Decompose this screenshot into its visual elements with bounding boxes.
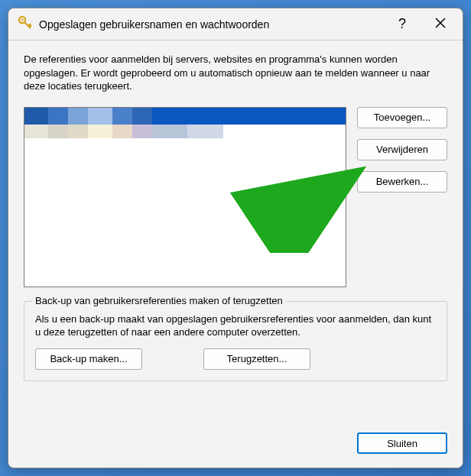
groupbox-title: Back-up van gebruikersreferenties maken … — [32, 295, 286, 306]
description-text: De referenties voor aanmelden bij server… — [24, 53, 447, 93]
dialog-content: De referenties voor aanmelden bij server… — [8, 40, 463, 432]
remove-button[interactable]: Verwijderen — [357, 139, 447, 160]
svg-point-1 — [21, 19, 24, 21]
help-button[interactable]: ? — [391, 13, 414, 35]
blurred-row — [24, 125, 223, 138]
credentials-listbox[interactable] — [24, 107, 346, 287]
groupbox-text: Als u een back-up maakt van opgeslagen g… — [35, 312, 436, 339]
main-row: Toevoegen... Verwijderen Bewerken... — [24, 107, 447, 287]
dialog-title: Opgeslagen gebruikersnamen en wachtwoord… — [39, 18, 391, 31]
key-icon — [18, 15, 33, 33]
dialog-footer: Sluiten — [8, 432, 463, 468]
titlebar: Opgeslagen gebruikersnamen en wachtwoord… — [8, 8, 463, 40]
side-buttons: Toevoegen... Verwijderen Bewerken... — [357, 107, 447, 287]
stored-credentials-dialog: Opgeslagen gebruikersnamen en wachtwoord… — [8, 8, 463, 468]
blurred-selection — [24, 108, 223, 125]
close-button[interactable] — [427, 15, 453, 34]
groupbox-buttons: Back-up maken... Terugzetten... — [35, 348, 436, 370]
backup-groupbox: Back-up van gebruikersreferenties maken … — [24, 301, 447, 381]
titlebar-controls: ? — [391, 13, 453, 35]
close-dialog-button[interactable]: Sluiten — [357, 432, 447, 454]
edit-button[interactable]: Bewerken... — [357, 171, 447, 193]
add-button[interactable]: Toevoegen... — [357, 107, 447, 128]
backup-button[interactable]: Back-up maken... — [35, 348, 142, 370]
restore-button[interactable]: Terugzetten... — [203, 348, 310, 370]
